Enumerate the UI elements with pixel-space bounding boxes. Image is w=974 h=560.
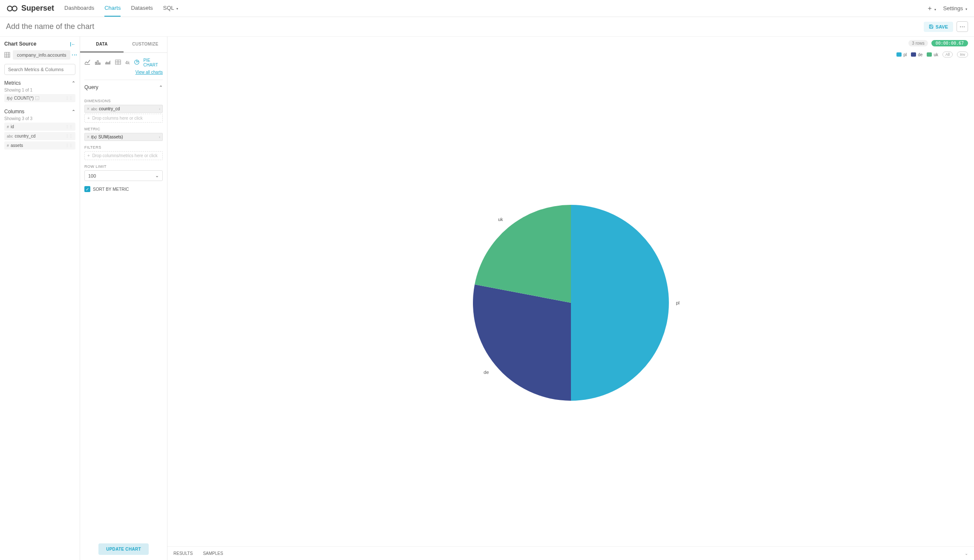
svg-rect-2 <box>5 52 10 57</box>
fx-icon: f(x) <box>7 96 12 101</box>
pie-slice-de[interactable] <box>473 284 571 401</box>
dimensions-label: DIMENSIONS <box>84 99 163 103</box>
app-logo[interactable]: Superset <box>7 4 54 13</box>
line-chart-icon[interactable] <box>84 59 90 66</box>
pie-slice-pl[interactable] <box>571 205 669 401</box>
nav-settings[interactable]: Settings ▾ <box>943 5 967 11</box>
caret-down-icon: ▾ <box>965 7 967 11</box>
save-icon <box>929 24 934 29</box>
sort-by-metric-checkbox[interactable]: ✓ SORT BY METRIC <box>84 186 163 192</box>
chart-area: 3 rows 00:00:00.67 pl de uk All Inv pl d… <box>167 37 974 560</box>
metric-label: METRIC <box>84 127 163 131</box>
update-chart-button[interactable]: UPDATE CHART <box>98 543 149 555</box>
nav-charts[interactable]: Charts <box>104 0 121 17</box>
bar-chart-icon[interactable] <box>95 59 101 66</box>
slice-label-uk: uk <box>498 217 503 222</box>
pie-chart-icon[interactable] <box>134 60 139 66</box>
info-icon <box>35 96 39 100</box>
nav-datasets[interactable]: Datasets <box>131 0 153 17</box>
control-tabs: DATA CUSTOMIZE <box>80 37 167 53</box>
remove-icon[interactable]: × <box>87 135 89 139</box>
control-panel: DATA CUSTOMIZE 4k PIE CHART View all cha… <box>80 37 167 560</box>
dataset-icon <box>4 52 10 58</box>
add-icon[interactable]: + ▾ <box>928 5 937 12</box>
drag-handle-icon[interactable]: ⋮⋮ <box>65 125 73 129</box>
search-metrics-columns-input[interactable] <box>4 64 75 75</box>
chevron-up-icon <box>72 109 75 115</box>
ellipsis-icon: ⋯ <box>960 23 965 30</box>
legend-inv-button[interactable]: Inv <box>957 52 968 57</box>
svg-point-0 <box>7 6 12 11</box>
nav-dashboards[interactable]: Dashboards <box>64 0 94 17</box>
dimensions-dropzone[interactable]: + Drop columns here or click <box>84 114 163 123</box>
save-button[interactable]: SAVE <box>924 22 953 32</box>
column-item[interactable]: # id ⋮⋮ <box>4 123 75 131</box>
remove-icon[interactable]: × <box>87 106 89 111</box>
svg-marker-14 <box>105 60 110 64</box>
datasource-menu-icon[interactable]: ⋮ <box>73 52 75 58</box>
row-limit-select[interactable]: 100 <box>84 170 163 181</box>
tab-customize[interactable]: CUSTOMIZE <box>124 37 167 52</box>
view-all-charts-link[interactable]: View all charts <box>80 69 167 78</box>
dimension-pill[interactable]: × abc country_cd › <box>84 105 163 113</box>
metric-pill[interactable]: × f(x) SUM(assets) › <box>84 133 163 141</box>
svg-rect-12 <box>97 60 98 64</box>
slice-label-de: de <box>484 370 489 375</box>
legend-item-pl[interactable]: pl <box>896 52 907 57</box>
slice-label-pl: pl <box>676 300 680 305</box>
more-button[interactable]: ⋯ <box>957 21 968 32</box>
pie-chart: pl de uk <box>167 59 974 546</box>
collapse-panel-icon[interactable]: |← <box>70 42 75 46</box>
viz-type-row: 4k PIE CHART <box>80 53 167 69</box>
chevron-down-icon <box>155 173 159 178</box>
drag-handle-icon[interactable]: ⋮⋮ <box>65 96 73 101</box>
columns-showing: Showing 3 of 3 <box>4 116 75 121</box>
nav-right: + ▾ Settings ▾ <box>928 5 967 12</box>
nav-sql[interactable]: SQL ▾ <box>163 0 178 17</box>
legend-item-uk[interactable]: uk <box>927 52 938 57</box>
chart-legend: pl de uk All Inv <box>167 50 974 59</box>
column-item[interactable]: # assets ⋮⋮ <box>4 141 75 149</box>
chart-source-label: Chart Source <box>4 41 36 47</box>
big-number-icon[interactable]: 4k <box>125 60 130 65</box>
tab-results[interactable]: RESULTS <box>173 551 193 556</box>
metric-item[interactable]: f(x) COUNT(*) ⋮⋮ <box>4 94 75 102</box>
chart-title-input[interactable] <box>6 22 924 31</box>
chevron-up-icon <box>159 84 163 90</box>
metrics-showing: Showing 1 of 1 <box>4 88 75 92</box>
superset-logo-icon <box>7 5 19 12</box>
legend-item-de[interactable]: de <box>911 52 922 57</box>
column-item[interactable]: abc country_cd ⋮⋮ <box>4 132 75 140</box>
drag-handle-icon[interactable]: ⋮⋮ <box>65 144 73 148</box>
viz-type-label[interactable]: PIE CHART <box>144 58 163 67</box>
app-name: Superset <box>21 4 54 13</box>
chevron-right-icon: › <box>159 135 160 139</box>
row-limit-label: ROW LIMIT <box>84 164 163 169</box>
tab-samples[interactable]: SAMPLES <box>203 551 223 556</box>
checkbox-checked-icon: ✓ <box>84 186 90 192</box>
query-time-badge: 00:00:00.67 <box>931 40 968 46</box>
filters-dropzone[interactable]: + Drop columns/metrics here or click <box>84 151 163 160</box>
legend-all-button[interactable]: All <box>942 52 953 57</box>
tab-data[interactable]: DATA <box>80 37 124 52</box>
table-icon[interactable] <box>115 59 121 66</box>
metrics-section-header[interactable]: Metrics <box>4 80 75 86</box>
columns-section-header[interactable]: Columns <box>4 109 75 115</box>
datasource-panel: Chart Source |← company_info.accounts ⋮ … <box>0 37 80 560</box>
rows-count-badge: 3 rows <box>908 40 928 46</box>
drag-handle-icon[interactable]: ⋮⋮ <box>65 134 73 138</box>
svg-rect-13 <box>99 63 101 64</box>
area-chart-icon[interactable] <box>105 59 111 66</box>
top-nav: Superset Dashboards Charts Datasets SQL … <box>0 0 974 17</box>
filters-label: FILTERS <box>84 145 163 149</box>
chevron-up-icon <box>72 80 75 86</box>
title-bar: SAVE ⋯ <box>0 17 974 37</box>
nav-items: Dashboards Charts Datasets SQL ▾ <box>64 0 178 17</box>
results-panel-tabs: RESULTS SAMPLES ⌄ <box>167 546 974 560</box>
datasource-name[interactable]: company_info.accounts <box>13 50 71 60</box>
query-section-header[interactable]: Query <box>84 80 163 95</box>
svg-rect-11 <box>95 62 97 64</box>
expand-results-icon[interactable]: ⌄ <box>965 551 968 556</box>
chevron-right-icon: › <box>159 107 160 111</box>
svg-point-1 <box>12 6 17 11</box>
